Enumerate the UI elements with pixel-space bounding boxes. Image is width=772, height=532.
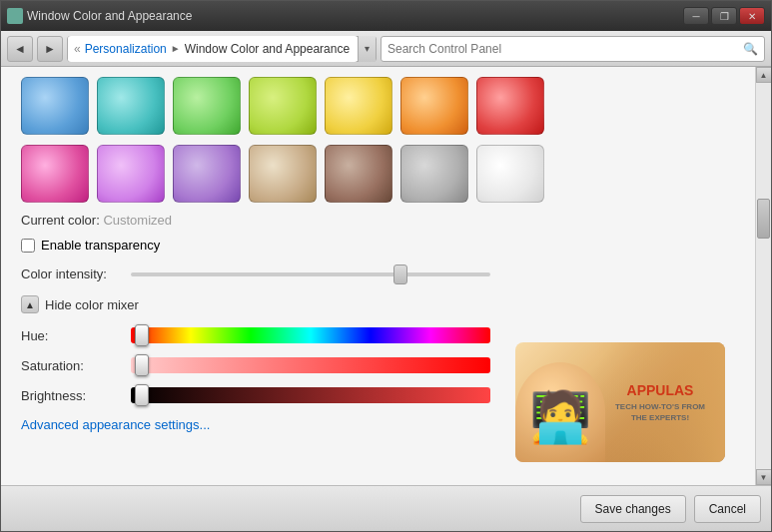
- brightness-track[interactable]: [131, 387, 490, 403]
- title-bar-left: Window Color and Appearance: [7, 8, 192, 24]
- scroll-thumb[interactable]: [757, 199, 770, 239]
- swatch-gray[interactable]: [400, 145, 468, 203]
- color-intensity-track[interactable]: [131, 272, 490, 276]
- save-changes-button[interactable]: Save changes: [580, 495, 686, 523]
- swatch-orange[interactable]: [400, 77, 468, 135]
- current-color-label: Current color:: [21, 213, 100, 228]
- swatch-red[interactable]: [476, 77, 544, 135]
- saturation-label: Saturation:: [21, 358, 121, 373]
- transparency-checkbox[interactable]: [21, 239, 35, 253]
- transparency-row: Enable transparency: [21, 238, 735, 253]
- breadcrumb-dropdown[interactable]: ▾: [358, 36, 376, 62]
- hue-label: Hue:: [21, 328, 121, 343]
- color-mixer-toggle[interactable]: ▲ Hide color mixer: [21, 295, 735, 313]
- breadcrumb-arrow-icon: ►: [171, 43, 181, 54]
- search-input[interactable]: [387, 42, 739, 56]
- title-bar: Window Color and Appearance ─ ❐ ✕: [1, 1, 771, 31]
- main-window: Window Color and Appearance ─ ❐ ✕ ◄ ► « …: [0, 0, 772, 532]
- swatch-sky-blue[interactable]: [21, 77, 89, 135]
- title-bar-controls: ─ ❐ ✕: [683, 7, 765, 25]
- swatch-lime[interactable]: [249, 77, 317, 135]
- swatch-white[interactable]: [476, 145, 544, 203]
- color-intensity-row: Color intensity:: [21, 266, 735, 281]
- color-intensity-label: Color intensity:: [21, 266, 121, 281]
- window-icon: [7, 8, 23, 24]
- scroll-down-button[interactable]: ▼: [756, 469, 772, 485]
- swatch-yellow[interactable]: [325, 77, 392, 135]
- swatch-pink[interactable]: [21, 145, 89, 203]
- content-wrapper: Current color: Customized Enable transpa…: [21, 77, 735, 432]
- watermark: APPULAS TECH HOW-TO'S FROMTHE EXPERTS! 🧑…: [515, 342, 725, 462]
- hue-thumb[interactable]: [135, 324, 149, 346]
- close-button[interactable]: ✕: [739, 7, 765, 25]
- color-mixer-label: Hide color mixer: [45, 297, 139, 312]
- brightness-thumb[interactable]: [135, 384, 149, 406]
- saturation-track[interactable]: [131, 357, 490, 373]
- current-color-value: Customized: [103, 213, 172, 228]
- minimize-button[interactable]: ─: [683, 7, 709, 25]
- swatch-beige[interactable]: [249, 145, 317, 203]
- current-color-line: Current color: Customized: [21, 213, 735, 228]
- bottom-bar: Save changes Cancel: [1, 485, 771, 531]
- breadcrumb: « Personalization ► Window Color and App…: [68, 36, 358, 62]
- brightness-label: Brightness:: [21, 388, 121, 403]
- cancel-button[interactable]: Cancel: [694, 495, 761, 523]
- swatch-brown[interactable]: [325, 145, 392, 203]
- swatches-row-1: [21, 77, 735, 135]
- window-title: Window Color and Appearance: [27, 9, 192, 23]
- forward-button[interactable]: ►: [37, 36, 63, 62]
- breadcrumb-separator: «: [74, 42, 81, 56]
- toggle-icon[interactable]: ▲: [21, 295, 39, 313]
- swatch-lavender[interactable]: [97, 145, 165, 203]
- main-content: Current color: Customized Enable transpa…: [1, 67, 755, 485]
- swatches-row-2: [21, 145, 735, 203]
- swatch-teal[interactable]: [97, 77, 165, 135]
- swatch-green[interactable]: [173, 77, 241, 135]
- toggle-chevron-icon: ▲: [25, 299, 35, 310]
- address-bar: ◄ ► « Personalization ► Window Color and…: [1, 31, 771, 67]
- saturation-thumb[interactable]: [135, 354, 149, 376]
- swatch-purple[interactable]: [173, 145, 241, 203]
- color-intensity-thumb[interactable]: [393, 265, 407, 284]
- scroll-up-button[interactable]: ▲: [756, 67, 772, 83]
- breadcrumb-part1[interactable]: Personalization: [85, 42, 167, 56]
- back-button[interactable]: ◄: [7, 36, 33, 62]
- scrollbar[interactable]: ▲ ▼: [755, 67, 771, 485]
- restore-button[interactable]: ❐: [711, 7, 737, 25]
- hue-track[interactable]: [131, 327, 490, 343]
- breadcrumb-part2: Window Color and Appearance: [185, 42, 350, 56]
- transparency-label[interactable]: Enable transparency: [41, 238, 160, 253]
- search-icon[interactable]: 🔍: [743, 42, 758, 56]
- scroll-track[interactable]: [756, 83, 771, 469]
- search-box: 🔍: [381, 36, 765, 62]
- content-area: Current color: Customized Enable transpa…: [1, 67, 771, 485]
- hue-row: Hue:: [21, 327, 735, 343]
